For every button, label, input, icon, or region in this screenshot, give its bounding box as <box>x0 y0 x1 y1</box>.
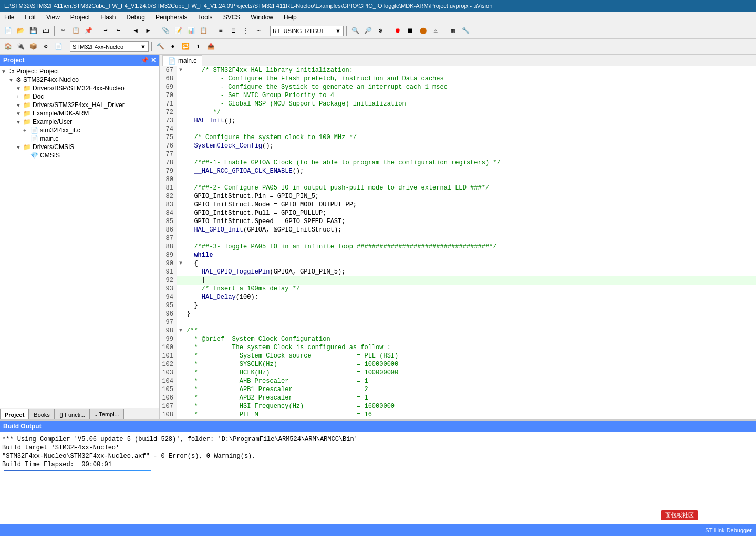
line-number: 72 <box>160 108 177 117</box>
t2-btn8[interactable]: 🔁 <box>180 41 191 52</box>
search-btn[interactable]: 🔍 <box>349 25 361 37</box>
sep7 <box>346 26 347 36</box>
tree-item[interactable]: 💎 CMSIS <box>1 151 158 160</box>
line-collapse[interactable]: ▼ <box>177 259 184 268</box>
menu-view[interactable]: View <box>44 13 62 22</box>
main-layout: Project 📌 ✕ ▼ 🗂 Project: Project ▼ ⚙ STM… <box>0 55 756 419</box>
code-line: 104 * AHB Prescaler = 1 <box>160 377 756 385</box>
code-content[interactable]: 67▼ /* STM32F4xx HAL library initializat… <box>160 66 756 419</box>
menu-peripherals[interactable]: Peripherals <box>153 13 190 22</box>
tree-item[interactable]: 📄 main.c <box>1 134 158 143</box>
tree-item[interactable]: + 📁 Doc <box>1 92 158 101</box>
tree-item[interactable]: ▼ 📁 Drivers/BSP/STM32F4xx-Nucleo <box>1 84 158 92</box>
line-code: HAL_GPIO_TogglePin(GPIOA, GPIO_PIN_5); <box>184 268 345 276</box>
t2-btn7[interactable]: ♦ <box>167 41 179 52</box>
tree-item[interactable]: ▼ 📁 Drivers/STM32F4xx_HAL_Driver <box>1 101 158 109</box>
line-collapse <box>177 150 184 159</box>
settings-btn[interactable]: 🔧 <box>460 25 471 37</box>
project-bottom-tab[interactable]: Books <box>29 409 55 419</box>
editor-tab-main[interactable]: 📄 main.c <box>162 55 202 66</box>
run-btn[interactable]: ⏺ <box>392 25 403 37</box>
project-bottom-tab[interactable]: {} Functi... <box>55 409 90 419</box>
btn7[interactable]: 📊 <box>185 25 196 37</box>
project-bottom-tab[interactable]: Project <box>0 409 29 419</box>
menu-flash[interactable]: Flash <box>98 13 118 22</box>
menu-tools[interactable]: Tools <box>196 13 215 22</box>
line-collapse[interactable]: ▼ <box>177 327 184 335</box>
btn5[interactable]: 📎 <box>160 25 171 37</box>
btn8[interactable]: 📋 <box>198 25 209 37</box>
tree-item[interactable]: ▼ ⚙ STM32F4xx-Nucleo <box>1 76 158 84</box>
debug-btn[interactable]: ⬤ <box>417 25 429 37</box>
menu-edit[interactable]: Edit <box>23 13 38 22</box>
config-dropdown[interactable]: RT_USING_RTGUI ▼ <box>270 26 344 36</box>
btn18[interactable]: ⚠ <box>430 25 441 37</box>
line-collapse <box>177 226 184 234</box>
layout-btn[interactable]: ▦ <box>447 25 459 37</box>
line-collapse <box>177 209 184 217</box>
build-line: "STM32F4xx-Nucleo\STM32F4xx-Nucleo.axf" … <box>2 452 754 460</box>
menu-debug[interactable]: Debug <box>125 13 147 22</box>
code-line: 88 /*##-3- Toggle PA05 IO in an infinite… <box>160 243 756 251</box>
tree-item[interactable]: + 📄 stm32f4xx_it.c <box>1 126 158 134</box>
project-bottom-tab[interactable]: ₒ Templ... <box>90 409 123 419</box>
save-all-btn[interactable]: 🗃 <box>40 25 51 37</box>
t2-btn4[interactable]: ⚙ <box>40 41 51 52</box>
undo-btn[interactable]: ↩ <box>100 25 111 37</box>
line-code: * APB1 Prescaler = 2 <box>184 385 368 394</box>
t2-btn6[interactable]: 🔨 <box>154 41 166 52</box>
btn11[interactable]: ⋮ <box>240 25 252 37</box>
menu-window[interactable]: Window <box>248 13 275 22</box>
open-btn[interactable]: 📂 <box>15 25 26 37</box>
new-btn[interactable]: 📄 <box>2 25 14 37</box>
redo-btn[interactable]: ↪ <box>112 25 124 37</box>
build-line: Build Time Elapsed: 00:00:01 <box>2 460 754 469</box>
t2-btn3[interactable]: 📦 <box>27 41 39 52</box>
tree-item[interactable]: ▼ 🗂 Project: Project <box>1 67 158 76</box>
menu-help[interactable]: Help <box>282 13 299 22</box>
line-number: 97 <box>160 318 177 327</box>
target-dropdown[interactable]: STM32F4xx-Nucleo ▼ <box>70 41 149 52</box>
build-content[interactable]: *** Using Compiler 'V5.06 update 5 (buil… <box>0 432 756 524</box>
btn14[interactable]: 🔎 <box>362 25 374 37</box>
btn10[interactable]: ≣ <box>227 25 239 37</box>
menu-file[interactable]: File <box>2 13 16 22</box>
t2-btn9[interactable]: ⬆ <box>192 41 204 52</box>
line-collapse <box>177 83 184 91</box>
build-line: *** Using Compiler 'V5.06 update 5 (buil… <box>2 435 754 444</box>
stop-btn[interactable]: ⏹ <box>405 25 416 37</box>
btn15[interactable]: ⚙ <box>375 25 386 37</box>
line-collapse[interactable]: ▼ <box>177 66 184 75</box>
save-btn[interactable]: 💾 <box>27 25 39 37</box>
line-number: 81 <box>160 184 177 192</box>
btn6[interactable]: 📝 <box>172 25 184 37</box>
line-number: 92 <box>160 276 177 285</box>
t2-btn1[interactable]: 🏠 <box>2 41 14 52</box>
cut-btn[interactable]: ✂ <box>57 25 69 37</box>
pin-icon[interactable]: 📌 <box>141 57 149 64</box>
back-btn[interactable]: ◀ <box>130 25 141 37</box>
tree-icon: 📄 <box>30 135 38 142</box>
line-code: GPIO_InitStruct.Pin = GPIO_PIN_5; <box>184 192 319 201</box>
menu-svcs[interactable]: SVCS <box>221 13 243 22</box>
line-code: * HCLK(Hz) = 100000000 <box>184 369 398 377</box>
code-line: 98▼/** <box>160 327 756 335</box>
line-number: 74 <box>160 125 177 133</box>
project-tree: ▼ 🗂 Project: Project ▼ ⚙ STM32F4xx-Nucle… <box>0 66 159 408</box>
t2-btn5[interactable]: 📄 <box>53 41 64 52</box>
paste-btn[interactable]: 📌 <box>82 25 94 37</box>
tree-item[interactable]: ▼ 📁 Example/User <box>1 118 158 126</box>
line-code: /* Configure the system clock to 100 MHz… <box>184 133 357 142</box>
t2-btn2[interactable]: 🔌 <box>15 41 26 52</box>
tree-item[interactable]: ▼ 📁 Drivers/CMSIS <box>1 143 158 151</box>
line-number: 103 <box>160 369 177 377</box>
close-icon[interactable]: ✕ <box>151 57 156 64</box>
copy-btn[interactable]: 📋 <box>70 25 81 37</box>
t2-btn10[interactable]: 📤 <box>205 41 216 52</box>
btn12[interactable]: ⋯ <box>253 25 264 37</box>
target-dropdown-label: STM32F4xx-Nucleo <box>73 44 123 50</box>
tree-item[interactable]: ▼ 📁 Example/MDK-ARM <box>1 109 158 118</box>
btn9[interactable]: ≡ <box>215 25 226 37</box>
fwd-btn[interactable]: ▶ <box>142 25 154 37</box>
menu-project[interactable]: Project <box>68 13 92 22</box>
